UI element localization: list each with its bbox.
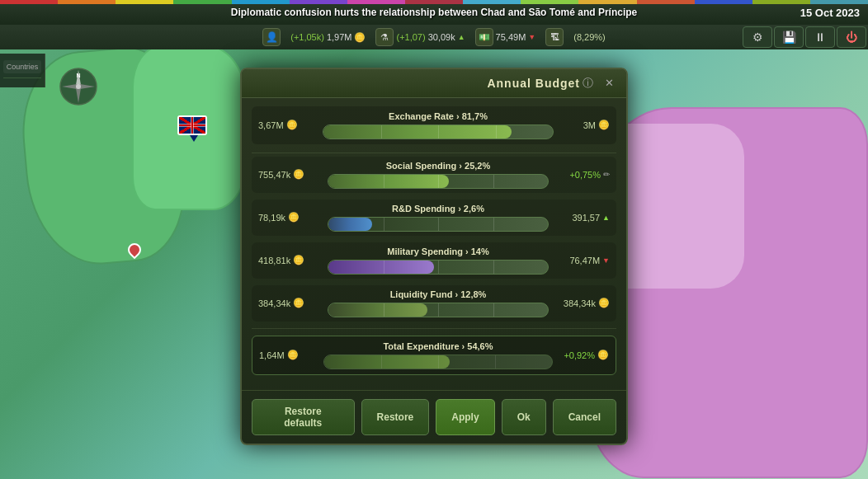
modal-title: Annual Budget <box>487 77 580 90</box>
social-spending-row: 755,47k 🪙 Social Spending › 25,2% +0,75%… <box>252 157 616 193</box>
info-icon[interactable]: ⓘ <box>580 76 595 91</box>
liquidity-left-amount: 384,34k <box>258 298 290 308</box>
total-slider-container: Total Expenditure › 54,6% <box>323 341 553 369</box>
divider-2 <box>252 328 616 329</box>
rd-spending-row: 78,19k 🪙 R&D Spending › 2,6% 391,57 ▲ <box>252 200 616 236</box>
social-fill <box>328 175 449 188</box>
tick-3 <box>496 125 497 139</box>
modal-footer: Restore defaults Restore Apply Ok Cancel <box>242 390 626 444</box>
rd-spending-slider[interactable] <box>328 217 549 232</box>
social-spending-label: Social Spending › 25,2% <box>328 161 549 171</box>
social-slider-container: Social Spending › 25,2% <box>328 161 549 189</box>
rd-left-amount: 78,19k <box>258 213 285 223</box>
ok-button[interactable]: Ok <box>502 399 546 435</box>
liquidity-left-coin: 🪙 <box>293 298 304 308</box>
liquidity-left-value: 384,34k 🪙 <box>258 298 316 308</box>
total-right-coin: 🪙 <box>597 350 609 360</box>
military-fill <box>328 261 434 274</box>
military-spending-slider[interactable] <box>328 260 549 275</box>
exchange-rate-slider[interactable] <box>323 124 554 139</box>
close-icon[interactable]: ✕ <box>601 76 616 91</box>
rd-right-amount: 391,57 <box>572 213 600 223</box>
military-left-amount: 418,81k <box>258 256 290 265</box>
liquidity-fund-label: Liquidity Fund › 12,8% <box>328 289 549 299</box>
military-down-icon: ▼ <box>602 256 610 265</box>
social-left-coin: 🪙 <box>293 169 304 180</box>
exchange-slider-container: Exchange Rate › 81,7% <box>323 111 554 139</box>
liquidity-right-value: 384,34k 🪙 <box>560 298 610 308</box>
liquidity-slider-container: Liquidity Fund › 12,8% <box>328 289 549 317</box>
budget-modal: Annual Budget ⓘ ✕ 3,67M 🪙 Exchange Rate … <box>240 68 628 445</box>
liquidity-fund-row: 384,34k 🪙 Liquidity Fund › 12,8% 384,34k… <box>252 285 616 322</box>
social-right-amount: +0,75% <box>569 170 601 180</box>
tick-2 <box>438 125 439 139</box>
social-left-value: 755,47k 🪙 <box>258 169 316 180</box>
rd-right-value: 391,57 ▲ <box>560 213 610 223</box>
military-right-value: 76,47M ▼ <box>560 256 610 265</box>
apply-button[interactable]: Apply <box>436 399 494 435</box>
social-spending-slider[interactable] <box>328 174 549 189</box>
total-left-coin: 🪙 <box>287 350 299 360</box>
header-icons: ⓘ ✕ <box>580 76 616 91</box>
exchange-left-amount: 3,67M <box>258 120 284 130</box>
exchange-left-coin: 🪙 <box>286 120 298 130</box>
military-spending-label: Military Spending › 14% <box>328 247 549 256</box>
exchange-rate-fill <box>323 125 512 139</box>
military-spending-row: 418,81k 🪙 Military Spending › 14% 76,47M… <box>252 242 616 279</box>
military-slider-container: Military Spending › 14% <box>328 247 549 275</box>
cancel-button[interactable]: Cancel <box>553 399 616 435</box>
military-left-value: 418,81k 🪙 <box>258 255 316 265</box>
total-expenditure-row: 1,64M 🪙 Total Expenditure › 54,6% +0,92%… <box>252 336 616 375</box>
exchange-rate-label: Exchange Rate › 81,7% <box>323 111 554 121</box>
liquidity-right-coin: 🪙 <box>598 298 610 308</box>
exchange-rate-row: 3,67M 🪙 Exchange Rate › 81,7% 3M 🪙 <box>252 106 616 144</box>
exchange-right-value: 3M 🪙 <box>560 120 610 130</box>
liquidity-fund-slider[interactable] <box>328 303 549 317</box>
modal-header: Annual Budget ⓘ ✕ <box>242 69 626 98</box>
total-fill <box>324 355 450 369</box>
restore-defaults-button[interactable]: Restore defaults <box>252 399 355 435</box>
total-left-amount: 1,64M <box>259 350 285 360</box>
total-expenditure-slider <box>323 355 553 369</box>
military-left-coin: 🪙 <box>293 255 304 265</box>
rd-spending-label: R&D Spending › 2,6% <box>328 204 549 214</box>
rd-left-coin: 🪙 <box>288 212 300 223</box>
rd-up-icon: ▲ <box>602 214 610 222</box>
social-left-amount: 755,47k <box>258 170 290 180</box>
modal-overlay: Annual Budget ⓘ ✕ 3,67M 🪙 Exchange Rate … <box>0 0 868 479</box>
rd-slider-container: R&D Spending › 2,6% <box>328 204 549 232</box>
rd-left-value: 78,19k 🪙 <box>258 212 316 223</box>
rd-fill <box>328 218 372 231</box>
divider-1 <box>252 153 616 153</box>
total-expenditure-label: Total Expenditure › 54,6% <box>323 341 553 351</box>
total-right-amount: +0,92% <box>564 350 595 360</box>
military-right-amount: 76,47M <box>569 256 600 265</box>
social-pencil-icon: ✏ <box>603 170 610 179</box>
exchange-left-value: 3,67M 🪙 <box>258 120 316 130</box>
liquidity-fill <box>328 303 427 317</box>
total-right-value: +0,92% 🪙 <box>559 350 609 360</box>
exchange-right-amount: 3M <box>583 120 596 130</box>
tick-1 <box>381 125 382 139</box>
modal-body: 3,67M 🪙 Exchange Rate › 81,7% 3M 🪙 <box>242 98 626 390</box>
total-left-value: 1,64M 🪙 <box>259 350 317 360</box>
exchange-right-coin: 🪙 <box>598 120 610 130</box>
liquidity-right-amount: 384,34k <box>564 298 596 308</box>
social-right-value: +0,75% ✏ <box>560 170 610 180</box>
restore-button[interactable]: Restore <box>361 399 430 435</box>
